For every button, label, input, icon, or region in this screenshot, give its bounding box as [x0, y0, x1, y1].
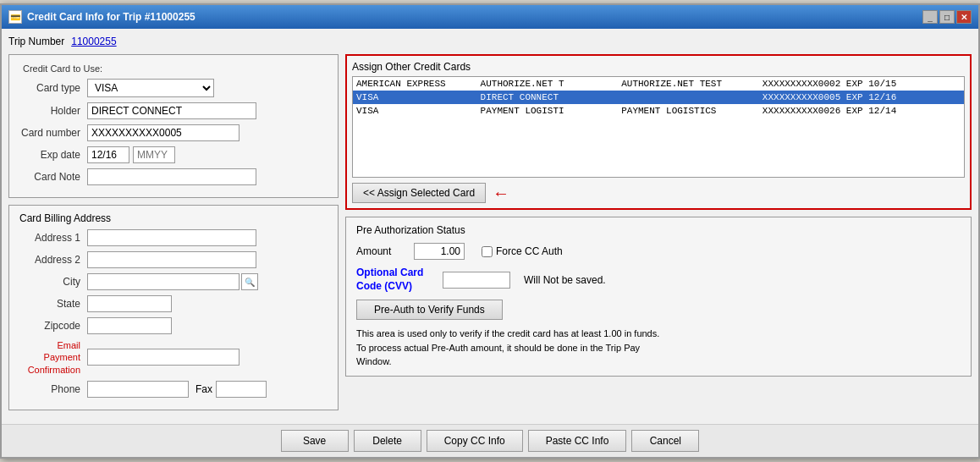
email-row: Email Payment Confirmation	[19, 339, 328, 376]
zipcode-label: Zipcode	[19, 320, 87, 332]
email-input[interactable]	[87, 349, 239, 366]
note-line1: This area is used only to verify if the …	[356, 327, 961, 341]
amount-label: Amount	[356, 245, 407, 257]
holder-input[interactable]	[87, 102, 256, 119]
bottom-buttons: Save Delete Copy CC Info Paste CC Info C…	[2, 424, 978, 457]
card-type-select[interactable]: VISA Mastercard American Express Discove…	[87, 79, 214, 97]
trip-number-label: Trip Number	[8, 36, 64, 47]
assign-selected-button[interactable]: << Assign Selected Card	[352, 183, 486, 203]
address1-label: Address 1	[19, 232, 87, 244]
mmyy-input[interactable]	[133, 146, 175, 163]
card-info-section: Credit Card to Use: Card type VISA Maste…	[8, 54, 339, 198]
card-type-label: Card type	[19, 82, 87, 94]
amount-input[interactable]	[414, 243, 465, 260]
assign-cards-label: Assign Other Credit Cards	[352, 61, 965, 73]
will-not-saved-text: Will Not be saved.	[524, 274, 606, 286]
phone-fax-row: Phone Fax	[19, 381, 328, 398]
card-list-item-selected[interactable]: VISA DIRECT CONNECT XXXXXXXXXX0005 EXP 1…	[353, 91, 964, 104]
city-input-group: 🔍	[87, 273, 258, 290]
title-bar-left: 💳 Credit Card Info for Trip #11000255	[8, 10, 195, 24]
pre-auth-note: This area is used only to verify if the …	[356, 327, 961, 369]
window-title: Credit Card Info for Trip #11000255	[27, 11, 195, 23]
card-type-row: Card type VISA Mastercard American Expre…	[19, 79, 328, 97]
billing-section: Card Billing Address Address 1 Address 2…	[8, 205, 339, 410]
amount-row: Amount Force CC Auth	[356, 243, 961, 260]
optional-card-label: Optional CardCode (CVV)	[356, 267, 432, 293]
state-row: State	[19, 295, 328, 312]
close-button[interactable]: ✕	[956, 10, 972, 24]
window-icon: 💳	[8, 10, 22, 24]
card-note-row: Card Note	[19, 168, 328, 185]
main-window: 💳 Credit Card Info for Trip #11000255 _ …	[0, 3, 980, 459]
optional-card-row: Optional CardCode (CVV) Will Not be save…	[356, 267, 961, 293]
zipcode-input[interactable]	[87, 317, 172, 334]
force-cc-label: Force CC Auth	[496, 245, 563, 257]
address2-label: Address 2	[19, 254, 87, 266]
fax-label: Fax	[195, 383, 212, 395]
exp-date-row: Exp date	[19, 146, 328, 163]
phone-label: Phone	[19, 383, 87, 395]
window-body: Trip Number 11000255 Credit Card to Use:…	[2, 29, 978, 424]
force-cc-checkbox[interactable]	[482, 246, 493, 257]
holder-row: Holder	[19, 102, 328, 119]
address1-row: Address 1	[19, 229, 328, 246]
billing-label: Card Billing Address	[19, 212, 328, 224]
pre-auth-label: Pre Authorization Status	[356, 224, 961, 236]
force-cc-checkbox-row: Force CC Auth	[482, 245, 563, 257]
maximize-button[interactable]: □	[939, 10, 955, 24]
left-panel: Credit Card to Use: Card type VISA Maste…	[8, 54, 339, 417]
pre-auth-button-row: Pre-Auth to Verify Funds	[356, 300, 961, 320]
minimize-button[interactable]: _	[922, 10, 938, 24]
pre-auth-section: Pre Authorization Status Amount Force CC…	[345, 217, 972, 377]
copy-cc-button[interactable]: Copy CC Info	[427, 430, 523, 452]
card-info-label: Credit Card to Use:	[19, 62, 328, 75]
right-panel: Assign Other Credit Cards AMERICAN EXPRE…	[345, 54, 972, 417]
address1-input[interactable]	[87, 229, 256, 246]
address2-row: Address 2	[19, 251, 328, 268]
pre-auth-button[interactable]: Pre-Auth to Verify Funds	[356, 300, 503, 320]
arrow-icon: ←	[493, 184, 509, 203]
billing-form: Card Billing Address Address 1 Address 2…	[9, 206, 338, 410]
fax-input[interactable]	[216, 381, 267, 398]
main-content: Credit Card to Use: Card type VISA Maste…	[8, 54, 972, 417]
address2-input[interactable]	[87, 251, 256, 268]
cancel-button[interactable]: Cancel	[631, 430, 699, 452]
card-number-label: Card number	[19, 127, 87, 139]
card-number-row: Card number	[19, 124, 328, 141]
optional-card-input[interactable]	[443, 272, 510, 289]
note-line2: To process actual Pre-Auth amount, it sh…	[356, 341, 961, 355]
email-label: Email Payment Confirmation	[19, 339, 87, 376]
zipcode-row: Zipcode	[19, 317, 328, 334]
card-note-input[interactable]	[87, 168, 256, 185]
card-note-label: Card Note	[19, 171, 87, 183]
paste-cc-button[interactable]: Paste CC Info	[528, 430, 627, 452]
assign-cards-box: Assign Other Credit Cards AMERICAN EXPRE…	[345, 54, 972, 210]
card-list: AMERICAN EXPRESS AUTHORIZE.NET T AUTHORI…	[352, 76, 965, 178]
holder-label: Holder	[19, 105, 87, 117]
card-list-item[interactable]: AMERICAN EXPRESS AUTHORIZE.NET T AUTHORI…	[353, 77, 964, 91]
save-button[interactable]: Save	[281, 430, 349, 452]
assign-button-row: << Assign Selected Card ←	[352, 183, 965, 203]
delete-button[interactable]: Delete	[354, 430, 421, 452]
trip-number-row: Trip Number 11000255	[8, 36, 972, 47]
state-input[interactable]	[87, 295, 172, 312]
city-input[interactable]	[87, 273, 239, 290]
city-row: City 🔍	[19, 273, 328, 290]
title-bar-buttons: _ □ ✕	[922, 10, 972, 24]
trip-number-value: 11000255	[71, 36, 116, 47]
exp-date-input[interactable]	[87, 146, 129, 163]
city-label: City	[19, 276, 87, 288]
city-search-icon[interactable]: 🔍	[241, 273, 258, 290]
title-bar: 💳 Credit Card Info for Trip #11000255 _ …	[2, 5, 978, 29]
phone-input[interactable]	[87, 381, 189, 398]
state-label: State	[19, 298, 87, 310]
card-list-item[interactable]: VISA PAYMENT LOGISTI PAYMENT LOGISTICS X…	[353, 104, 964, 118]
note-line3: Window.	[356, 355, 961, 369]
exp-date-label: Exp date	[19, 149, 87, 161]
card-number-input[interactable]	[87, 124, 239, 141]
card-info-form: Credit Card to Use: Card type VISA Maste…	[9, 55, 338, 197]
